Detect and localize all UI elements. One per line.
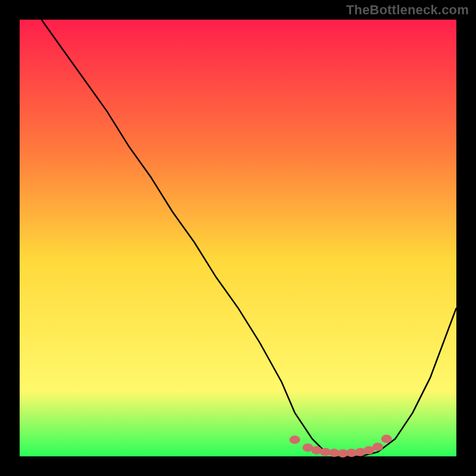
marker-dot	[381, 435, 392, 443]
marker-dot	[372, 443, 383, 451]
plot-area	[20, 20, 456, 456]
marker-dot	[289, 436, 300, 444]
bottleneck-chart	[0, 0, 476, 476]
watermark-label: TheBottleneck.com	[346, 2, 469, 18]
